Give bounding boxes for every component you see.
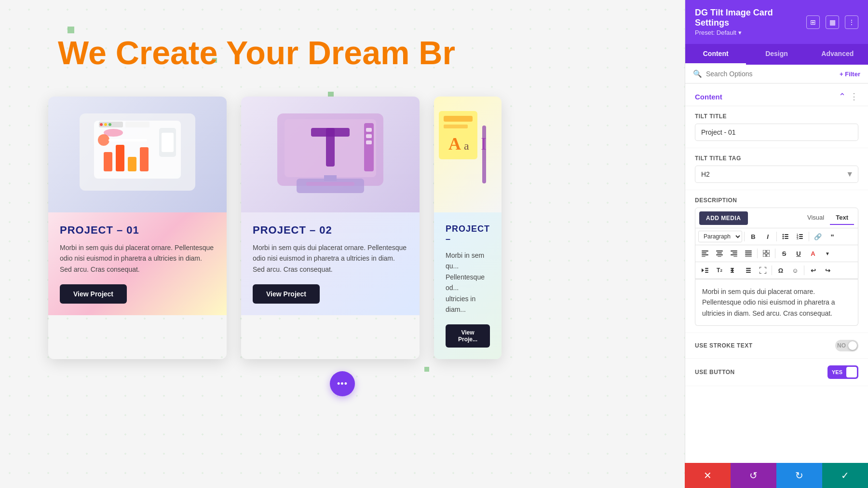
svg-rect-46 — [702, 251, 708, 251]
emoji-button[interactable]: ☺ — [788, 264, 802, 277]
svg-rect-26 — [324, 175, 337, 181]
add-media-button[interactable]: ADD MEDIA — [699, 211, 748, 225]
description-group: Description ADD MEDIA Visual Text Paragr… — [685, 190, 868, 333]
tilt-title-label: Tilt Title — [695, 113, 858, 120]
quote-button[interactable]: " — [826, 230, 839, 243]
fullscreen-button[interactable] — [756, 264, 770, 277]
redo-button[interactable]: ↪ — [821, 264, 834, 277]
indent-left-button[interactable] — [698, 264, 712, 277]
svg-rect-29 — [444, 125, 468, 128]
align-left-button[interactable] — [698, 247, 712, 260]
svg-marker-66 — [702, 268, 704, 272]
ol-button[interactable]: 1.2.3. — [793, 230, 807, 243]
svg-rect-12 — [125, 122, 149, 127]
panel-title: DG Tilt Image Card Settings — [695, 8, 806, 28]
card-3-illustration: A a I — [434, 97, 502, 212]
italic-button[interactable]: I — [761, 230, 774, 243]
svg-rect-67 — [705, 268, 708, 269]
svg-rect-3 — [116, 145, 124, 171]
text-color-button[interactable]: A — [806, 247, 820, 260]
svg-rect-21 — [366, 128, 372, 132]
content-section-title: Content — [695, 93, 722, 101]
tilt-title-tag-select-wrap: H1 H2 H3 H4 H5 H6 p span ▼ — [695, 166, 858, 183]
use-button-toggle[interactable]: YES — [827, 365, 858, 379]
tab-design[interactable]: Design — [746, 44, 807, 65]
bold-button[interactable]: B — [746, 230, 760, 243]
outdent-button[interactable] — [742, 264, 755, 277]
strikethrough-button[interactable]: S — [777, 247, 791, 260]
card-3-view-button[interactable]: View Proje... — [446, 324, 490, 348]
paragraph-select[interactable]: Paragraph Heading 1 Heading 2 — [698, 231, 742, 242]
filter-button[interactable]: + Filter — [840, 70, 860, 78]
svg-rect-58 — [745, 251, 752, 251]
more-icon-btn[interactable]: ⋮ — [845, 15, 858, 29]
layout-icon-btn[interactable]: ⊞ — [806, 15, 820, 29]
save-button[interactable]: ✓ — [822, 463, 868, 488]
underline-button[interactable]: U — [792, 247, 805, 260]
fab-button[interactable]: ••• — [330, 371, 355, 396]
svg-rect-69 — [705, 272, 708, 273]
card-1-view-button[interactable]: View Project — [60, 284, 127, 304]
svg-rect-73 — [731, 272, 734, 273]
svg-rect-49 — [702, 256, 705, 257]
svg-rect-53 — [718, 256, 721, 257]
collapse-icon[interactable]: ⌃ — [839, 91, 846, 102]
text-tab[interactable]: Text — [830, 211, 854, 225]
stroke-text-no-label: NO — [837, 342, 846, 349]
undo-button-action[interactable]: ↺ — [731, 463, 776, 488]
cancel-button[interactable]: ✕ — [685, 463, 731, 488]
link-button[interactable]: 🔗 — [811, 230, 825, 243]
align-right-button[interactable] — [727, 247, 741, 260]
tilt-title-input[interactable] — [695, 124, 858, 141]
panel-header-icons: ⊞ ▦ ⋮ — [806, 15, 858, 29]
svg-rect-59 — [745, 252, 752, 253]
tilt-title-tag-select[interactable]: H1 H2 H3 H4 H5 H6 p span — [695, 166, 858, 183]
ul-button[interactable] — [779, 230, 792, 243]
desc-top-row: ADD MEDIA Visual Text — [695, 208, 858, 228]
panel-tabs: Content Design Advanced — [685, 44, 868, 65]
svg-rect-62 — [763, 250, 766, 253]
description-toolbar: ADD MEDIA Visual Text Paragraph Heading … — [695, 208, 858, 279]
project-card-1: PROJECT – 01 Morbi in sem quis dui place… — [48, 97, 227, 359]
svg-rect-68 — [705, 270, 708, 271]
tab-content[interactable]: Content — [685, 44, 746, 65]
panel-preset[interactable]: Preset: Default ▾ — [695, 29, 806, 36]
svg-rect-57 — [733, 256, 737, 257]
svg-rect-35 — [785, 234, 788, 235]
svg-rect-55 — [732, 252, 737, 253]
columns-icon-btn[interactable]: ▦ — [826, 15, 839, 29]
align-justify-button[interactable] — [742, 247, 755, 260]
search-input[interactable] — [706, 70, 836, 78]
undo-button[interactable]: ↩ — [806, 264, 820, 277]
svg-rect-64 — [763, 254, 766, 257]
tab-advanced[interactable]: Advanced — [807, 44, 868, 65]
tilt-title-group: Tilt Title — [685, 106, 868, 148]
redo-button-action[interactable]: ↻ — [776, 463, 822, 488]
svg-rect-25 — [306, 182, 354, 186]
subscript-button[interactable]: T2 — [713, 264, 726, 277]
use-button-group: Use Button YES — [685, 359, 868, 386]
section-more-icon[interactable]: ⋮ — [850, 91, 858, 102]
formatting-row-1: Paragraph Heading 1 Heading 2 B I 1.2.3. — [695, 228, 858, 245]
visual-tab[interactable]: Visual — [801, 211, 830, 225]
toolbar-divider-1 — [744, 232, 745, 241]
stroke-text-toggle-container: NO — [835, 340, 858, 351]
special-char-button[interactable]: Ω — [774, 264, 787, 277]
svg-rect-4 — [128, 157, 136, 171]
svg-text:a: a — [464, 139, 469, 152]
search-icon: 🔍 — [693, 70, 702, 78]
card-1-image — [48, 97, 227, 212]
svg-rect-41 — [799, 234, 803, 235]
text-color-arrow[interactable]: ▼ — [821, 247, 834, 260]
align-center-button[interactable] — [713, 247, 726, 260]
stroke-text-label: Use Stroke Text — [695, 342, 753, 349]
deco-square — [68, 27, 74, 33]
card-2-view-button[interactable]: View Project — [253, 284, 320, 304]
indent-right-button[interactable] — [727, 264, 741, 277]
description-content[interactable]: Morbi in sem quis dui placerat ornare. P… — [695, 279, 858, 326]
stroke-text-toggle[interactable]: NO — [835, 340, 858, 351]
svg-point-36 — [783, 236, 784, 237]
table-button[interactable] — [760, 247, 773, 260]
formatting-row-3: T2 Ω ☺ ↩ ↪ — [695, 262, 858, 279]
svg-rect-71 — [731, 268, 734, 269]
